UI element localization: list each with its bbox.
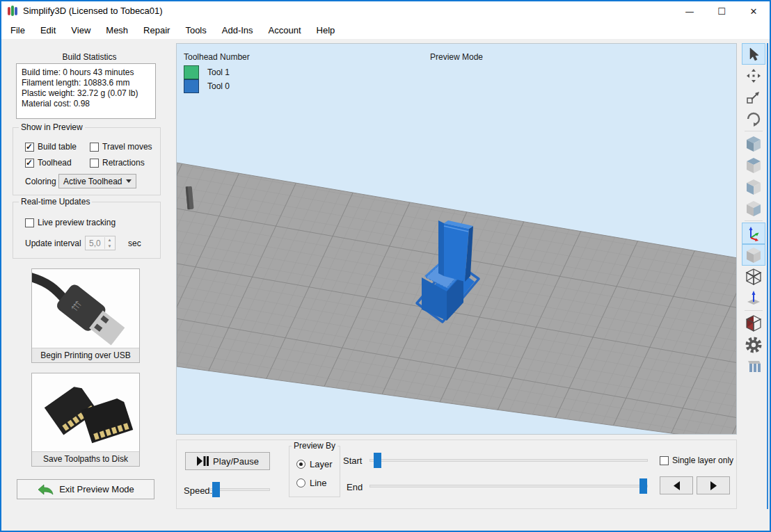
surface-normal-tool[interactable] bbox=[742, 287, 765, 309]
retractions-label: Retractions bbox=[102, 158, 145, 168]
view-front-cube-tool[interactable] bbox=[742, 154, 765, 176]
retractions-checkbox-box[interactable] bbox=[90, 159, 99, 168]
toolbar-separator bbox=[745, 131, 763, 131]
begin-printing-usb-button[interactable]: ⬱ Begin Printing over USB bbox=[31, 268, 140, 363]
build-table-checkbox-box[interactable] bbox=[25, 143, 34, 152]
solid-model-cube-tool[interactable] bbox=[742, 244, 765, 266]
update-interval-spinbox[interactable]: 5,0 ▲▼ bbox=[85, 236, 116, 250]
preview-3d-viewport[interactable]: Toolhead Number Tool 1 Tool 0 Preview Mo… bbox=[176, 43, 737, 435]
build-table-checkbox[interactable]: Build table bbox=[25, 142, 77, 152]
speed-slider-handle[interactable] bbox=[212, 482, 220, 497]
preview-controls-panel: Play/Pause Speed: Preview By Layer Line … bbox=[176, 440, 737, 509]
spinner-arrows-icon[interactable]: ▲▼ bbox=[104, 237, 114, 249]
legend-tool-1: Tool 1 bbox=[184, 65, 230, 79]
tool1-color-swatch bbox=[184, 65, 199, 79]
preview-mode-label: Preview Mode bbox=[430, 52, 483, 62]
exit-preview-mode-button[interactable]: Exit Preview Mode bbox=[17, 479, 154, 499]
toolhead-legend-title: Toolhead Number bbox=[184, 52, 250, 62]
menu-account[interactable]: Account bbox=[261, 22, 309, 38]
right-accent-divider bbox=[767, 43, 768, 509]
play-pause-button[interactable]: Play/Pause bbox=[185, 452, 270, 470]
travel-moves-checkbox[interactable]: Travel moves bbox=[90, 142, 152, 152]
cube-view-icon bbox=[745, 200, 762, 218]
menu-edit[interactable]: Edit bbox=[33, 22, 63, 38]
layer-radio-label: Layer bbox=[310, 459, 333, 469]
cube-view-icon bbox=[745, 178, 762, 196]
toolbar-separator bbox=[745, 220, 763, 221]
close-button[interactable]: ✕ bbox=[738, 1, 770, 22]
supports-icon bbox=[745, 358, 762, 375]
build-table-label: Build table bbox=[38, 142, 77, 152]
next-layer-button[interactable] bbox=[697, 476, 730, 494]
rotate-icon bbox=[745, 111, 762, 127]
exit-button-label: Exit Preview Mode bbox=[59, 484, 134, 494]
end-slider-handle[interactable] bbox=[639, 478, 647, 494]
usb-plug-photo: ⬱ bbox=[32, 269, 139, 348]
cross-section-icon bbox=[745, 314, 762, 332]
cross-section-tool[interactable] bbox=[742, 312, 765, 334]
previous-layer-button[interactable] bbox=[660, 476, 693, 494]
start-slider-track[interactable] bbox=[369, 459, 648, 462]
move-arrows-icon bbox=[746, 68, 761, 83]
play-pause-icon bbox=[196, 456, 209, 466]
update-interval-label: Update interval bbox=[25, 239, 81, 248]
view-top-cube-tool[interactable] bbox=[742, 198, 765, 219]
end-label: End bbox=[347, 482, 363, 492]
scale-tool[interactable] bbox=[742, 86, 765, 108]
realtime-updates-group: Real-time Updates Live preview tracking … bbox=[13, 202, 161, 259]
preview-by-line-radio[interactable]: Line bbox=[296, 478, 327, 488]
menu-mesh[interactable]: Mesh bbox=[98, 22, 136, 38]
back-arrow-icon bbox=[37, 484, 54, 495]
maximize-button[interactable]: ☐ bbox=[706, 1, 738, 22]
view-side-cube-tool[interactable] bbox=[742, 176, 765, 198]
coordinate-axes-tool[interactable] bbox=[742, 223, 765, 244]
layer-radio-circle[interactable] bbox=[296, 460, 305, 469]
toolhead-checkbox[interactable]: Toolhead bbox=[25, 158, 72, 168]
rotate-tool[interactable] bbox=[742, 108, 765, 129]
start-label: Start bbox=[343, 456, 362, 466]
single-layer-checkbox[interactable]: Single layer only bbox=[660, 456, 733, 465]
menu-tools[interactable]: Tools bbox=[177, 22, 214, 38]
line-radio-circle[interactable] bbox=[296, 478, 305, 487]
pan-move-tool[interactable] bbox=[742, 65, 765, 86]
save-toolpaths-button[interactable]: Save Toolpaths to Disk bbox=[31, 373, 140, 467]
settings-gear-tool[interactable] bbox=[742, 334, 765, 355]
select-cursor-tool[interactable] bbox=[742, 43, 765, 65]
wireframe-cube-tool[interactable] bbox=[742, 266, 765, 287]
travel-moves-checkbox-box[interactable] bbox=[90, 143, 99, 152]
build-statistics-box: Build time: 0 hours 43 minutes Filament … bbox=[16, 63, 156, 119]
menu-addins[interactable]: Add-Ins bbox=[214, 22, 261, 38]
live-preview-checkbox-box[interactable] bbox=[25, 218, 34, 227]
show-in-preview-title: Show in Preview bbox=[19, 122, 85, 132]
speed-label: Speed: bbox=[184, 485, 212, 496]
play-pause-label: Play/Pause bbox=[213, 456, 259, 467]
stat-filament-length: Filament length: 10883.6 mm bbox=[22, 78, 150, 88]
live-preview-checkbox[interactable]: Live preview tracking bbox=[25, 218, 116, 227]
menu-repair[interactable]: Repair bbox=[136, 22, 177, 38]
end-slider-track[interactable] bbox=[369, 485, 648, 487]
minimize-button[interactable]: — bbox=[674, 1, 706, 22]
view-default-cube-tool[interactable] bbox=[742, 133, 765, 154]
support-structures-tool[interactable] bbox=[742, 355, 765, 377]
app-logo-icon bbox=[7, 5, 19, 17]
speed-slider[interactable] bbox=[210, 482, 270, 497]
update-interval-unit: sec bbox=[128, 239, 141, 248]
build-platform-scene bbox=[177, 44, 737, 435]
menu-file[interactable]: File bbox=[3, 22, 33, 38]
preview-by-layer-radio[interactable]: Layer bbox=[296, 459, 333, 469]
start-layer-slider[interactable] bbox=[369, 453, 648, 468]
toolhead-checkbox-box[interactable] bbox=[25, 159, 34, 168]
view-toolbar bbox=[740, 43, 767, 509]
retractions-checkbox[interactable]: Retractions bbox=[90, 158, 145, 168]
menu-help[interactable]: Help bbox=[309, 22, 343, 38]
wireframe-cube-icon bbox=[745, 268, 762, 286]
left-triangle-icon bbox=[672, 481, 681, 490]
end-layer-slider[interactable] bbox=[369, 478, 648, 494]
title-bar[interactable]: Simplify3D (Licensed to Tobeca01) — ☐ ✕ bbox=[0, 0, 771, 22]
menu-view[interactable]: View bbox=[63, 22, 98, 38]
start-slider-handle[interactable] bbox=[374, 453, 381, 468]
left-sidebar: Build Statistics Build time: 0 hours 43 … bbox=[6, 43, 173, 509]
single-layer-checkbox-box[interactable] bbox=[660, 456, 669, 465]
coloring-dropdown[interactable]: Active Toolhead bbox=[58, 174, 136, 188]
show-in-preview-group: Show in Preview Build table Travel moves… bbox=[13, 127, 161, 195]
